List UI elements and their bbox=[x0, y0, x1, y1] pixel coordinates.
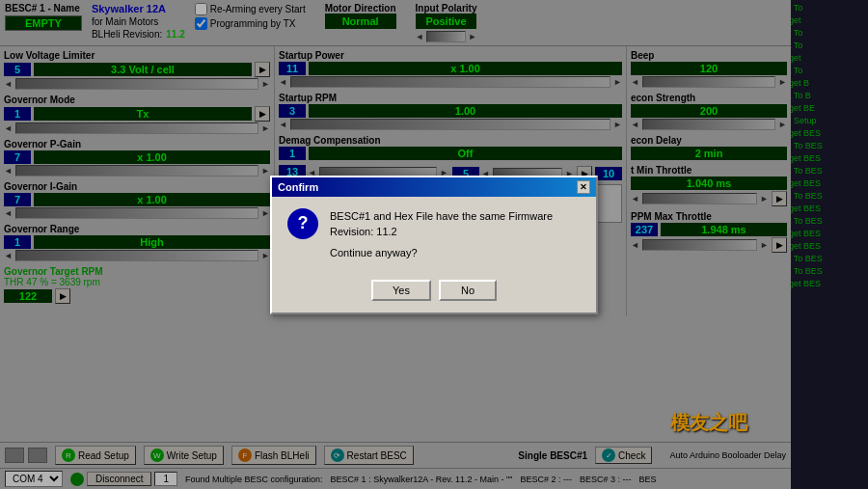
dialog-buttons: Yes No bbox=[272, 272, 596, 312]
dialog-yes-button[interactable]: Yes bbox=[371, 280, 431, 301]
dialog-message: BESC#1 and Hex File have the same Firmwa… bbox=[330, 208, 581, 260]
dialog-message-line2: Continue anyway? bbox=[330, 245, 581, 260]
dialog-title-bar: Confirm ✕ bbox=[272, 177, 596, 197]
dialog-message-line1: BESC#1 and Hex File have the same Firmwa… bbox=[330, 208, 581, 239]
dialog-no-button[interactable]: No bbox=[439, 280, 497, 301]
dialog-close-button[interactable]: ✕ bbox=[577, 180, 590, 194]
dialog-title-text: Confirm bbox=[278, 181, 318, 193]
dialog-question-icon: ? bbox=[287, 208, 318, 239]
confirm-dialog: Confirm ✕ ? BESC#1 and Hex File have the… bbox=[270, 176, 598, 314]
dialog-body: ? BESC#1 and Hex File have the same Firm… bbox=[272, 197, 596, 272]
watermark: 模友之吧 bbox=[670, 410, 747, 436]
